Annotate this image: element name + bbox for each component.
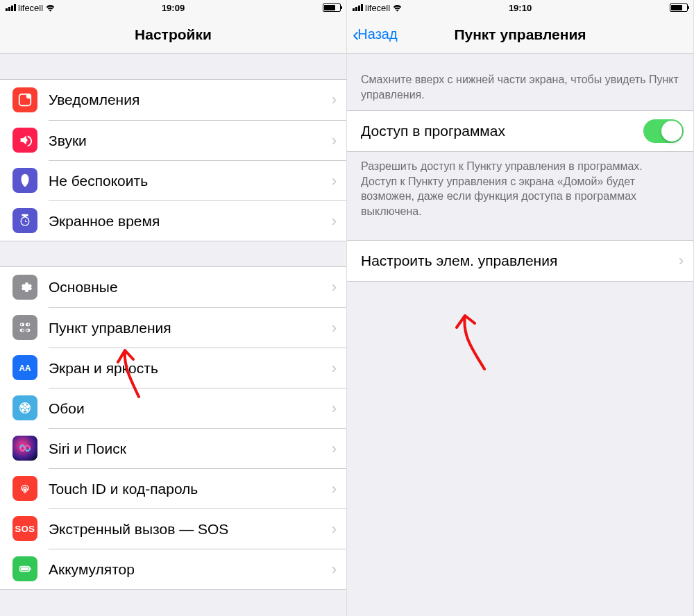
control-center-content[interactable]: Смахните вверх с нижней части экрана, чт… xyxy=(347,54,693,616)
row-label: Основные xyxy=(49,279,332,296)
chevron-right-icon: › xyxy=(332,480,337,498)
svg-point-5 xyxy=(28,324,30,326)
chevron-right-icon: › xyxy=(679,252,684,270)
toggle-label: Доступ в программах xyxy=(361,123,643,139)
intro-text: Смахните вверх с нижней части экрана, чт… xyxy=(347,54,693,110)
svg-point-9 xyxy=(26,330,28,332)
chevron-right-icon: › xyxy=(332,319,337,337)
row-label: Touch ID и код-пароль xyxy=(49,481,332,497)
svg-text:AA: AA xyxy=(19,363,31,373)
settings-row-wallpaper[interactable]: Обои› xyxy=(0,388,346,428)
row-label: Аккумулятор xyxy=(49,561,332,578)
row-label: Экранное время xyxy=(49,213,332,230)
chevron-right-icon: › xyxy=(332,212,337,230)
settings-row-sounds[interactable]: Звуки› xyxy=(0,120,346,160)
wifi-icon xyxy=(45,3,56,12)
svg-point-7 xyxy=(22,330,24,332)
svg-point-1 xyxy=(26,94,31,99)
settings-row-battery[interactable]: Аккумулятор› xyxy=(0,549,346,589)
settings-row-dnd[interactable]: Не беспокоить› xyxy=(0,160,346,200)
page-title: Настройки xyxy=(135,26,212,43)
access-toggle[interactable] xyxy=(643,119,684,143)
svg-rect-21 xyxy=(30,567,31,570)
battery-icon xyxy=(323,3,341,12)
settings-group-2: Основные›Пункт управления›AAЭкран и ярко… xyxy=(0,266,346,590)
chevron-right-icon: › xyxy=(332,359,337,377)
status-bar: lifecell 19:10 xyxy=(347,0,693,15)
navbar: Настройки xyxy=(0,15,346,54)
sound-icon xyxy=(12,128,37,153)
svg-point-3 xyxy=(21,324,23,326)
chevron-right-icon: › xyxy=(332,278,337,296)
wallpaper-icon xyxy=(12,395,37,420)
back-button[interactable]: ‹ Назад xyxy=(353,25,398,44)
customize-group: Настроить элем. управления › xyxy=(347,240,693,282)
row-label: Экран и яркость xyxy=(49,360,332,377)
row-label: Экстренный вызов — SOS xyxy=(49,521,332,538)
page-title: Пункт управления xyxy=(454,26,586,43)
svg-point-17 xyxy=(24,407,26,409)
battery-icon xyxy=(670,3,688,12)
row-label: Уведомления xyxy=(49,92,332,108)
control-icon xyxy=(12,315,37,340)
signal-icon xyxy=(353,4,363,11)
chevron-right-icon: › xyxy=(332,440,337,458)
customize-controls-row[interactable]: Настроить элем. управления › xyxy=(347,241,693,281)
settings-row-sos[interactable]: SOSЭкстренный вызов — SOS› xyxy=(0,508,346,549)
carrier-label: lifecell xyxy=(365,3,390,13)
carrier-label: lifecell xyxy=(18,3,43,13)
svg-point-12 xyxy=(24,403,27,407)
general-icon xyxy=(12,275,37,300)
settings-group-1: Уведомления›Звуки›Не беспокоить›Экранное… xyxy=(0,79,346,241)
battery-icon xyxy=(12,556,37,581)
control-center-screen: lifecell 19:10 ‹ Назад Пункт управления … xyxy=(347,0,694,616)
chevron-right-icon: › xyxy=(332,561,337,579)
clock: 19:09 xyxy=(162,3,185,13)
row-label: Пункт управления xyxy=(49,320,332,336)
chevron-right-icon: › xyxy=(332,520,337,538)
chevron-right-icon: › xyxy=(332,132,337,150)
access-group: Доступ в программах xyxy=(347,110,693,152)
navbar: ‹ Назад Пункт управления xyxy=(347,15,693,54)
clock: 19:10 xyxy=(509,3,532,13)
chevron-right-icon: › xyxy=(332,172,337,190)
customize-label: Настроить элем. управления xyxy=(361,253,679,269)
wifi-icon xyxy=(392,3,403,12)
row-label: Звуки xyxy=(49,132,332,149)
svg-rect-20 xyxy=(21,567,28,571)
row-label: Обои xyxy=(49,400,332,417)
svg-point-14 xyxy=(25,409,28,412)
settings-content[interactable]: Уведомления›Звуки›Не беспокоить›Экранное… xyxy=(0,54,346,616)
settings-row-display[interactable]: AAЭкран и яркость› xyxy=(0,348,346,388)
notif-icon xyxy=(12,87,37,112)
access-footer: Разрешить доступ к Пункту управления в п… xyxy=(347,152,693,227)
back-label: Назад xyxy=(357,26,397,42)
chevron-right-icon: › xyxy=(332,400,337,418)
screentime-icon xyxy=(12,208,37,233)
touchid-icon xyxy=(12,476,37,501)
signal-icon xyxy=(6,4,16,11)
settings-row-screentime[interactable]: Экранное время› xyxy=(0,200,346,241)
settings-row-siri[interactable]: Siri и Поиск› xyxy=(0,428,346,468)
status-bar: lifecell 19:09 xyxy=(0,0,346,15)
chevron-right-icon: › xyxy=(332,91,337,109)
dnd-icon xyxy=(12,168,37,193)
siri-icon xyxy=(12,436,37,461)
access-in-apps-row[interactable]: Доступ в программах xyxy=(347,111,693,151)
settings-row-general[interactable]: Основные› xyxy=(0,267,346,307)
settings-screen: lifecell 19:09 Настройки Уведомления›Зву… xyxy=(0,0,347,616)
svg-point-15 xyxy=(22,409,25,412)
row-label: Не беспокоить xyxy=(49,173,332,189)
sos-icon: SOS xyxy=(12,516,37,541)
svg-point-16 xyxy=(21,405,24,409)
svg-point-13 xyxy=(26,405,30,409)
settings-row-controlcenter[interactable]: Пункт управления› xyxy=(0,307,346,348)
settings-row-touchid[interactable]: Touch ID и код-пароль› xyxy=(0,468,346,508)
display-icon: AA xyxy=(12,355,37,380)
settings-row-notifications[interactable]: Уведомления› xyxy=(0,80,346,120)
row-label: Siri и Поиск xyxy=(49,440,332,457)
